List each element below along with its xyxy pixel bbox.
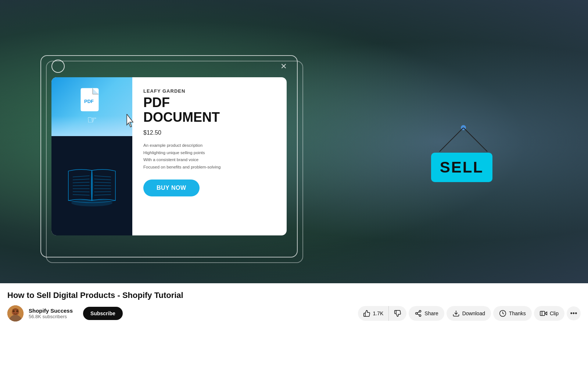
browser-circle-icon [51, 60, 65, 73]
svg-line-13 [94, 176, 111, 177]
channel-left: Shopify Success 56.8K subscribers Subscr… [7, 305, 123, 322]
pdf-file-svg: PDF [79, 88, 105, 117]
like-dislike-group: 1.7K [358, 306, 407, 321]
action-buttons: 1.7K Share [358, 306, 581, 321]
svg-line-23 [463, 128, 487, 152]
info-bar: How to Sell Digital Products - Shopify T… [0, 283, 588, 373]
more-dots: ••• [570, 310, 577, 317]
video-player[interactable]: × PDF [0, 0, 588, 283]
sell-board: SELL [431, 153, 492, 182]
svg-line-22 [440, 128, 463, 152]
channel-name: Shopify Success [29, 308, 73, 314]
thumbs-down-icon [394, 310, 401, 317]
svg-rect-37 [540, 311, 545, 316]
browser-titlebar: × [40, 55, 298, 77]
product-info: LEAFY GARDEN PDF DOCUMENT $12.50 An exam… [132, 77, 287, 235]
svg-point-21 [71, 199, 112, 206]
svg-point-28 [16, 310, 18, 312]
svg-point-31 [419, 315, 421, 316]
share-button[interactable]: Share [409, 306, 444, 321]
svg-line-19 [94, 195, 111, 195]
like-button[interactable]: 1.7K [358, 306, 389, 321]
svg-line-16 [94, 185, 111, 186]
svg-line-12 [73, 195, 90, 195]
video-title: How to Sell Digital Products - Shopify T… [7, 291, 581, 300]
product-image-bottom [51, 136, 132, 235]
clip-label: Clip [550, 310, 559, 316]
browser-close-icon: × [281, 61, 287, 71]
product-description: An example product description Highlight… [143, 142, 276, 171]
clip-button[interactable]: Clip [534, 306, 564, 321]
product-brand: LEAFY GARDEN [143, 88, 276, 94]
download-label: Download [462, 310, 485, 316]
svg-line-14 [94, 179, 111, 180]
channel-row: Shopify Success 56.8K subscribers Subscr… [7, 305, 581, 322]
download-icon [452, 310, 460, 317]
thanks-button[interactable]: Thanks [493, 306, 532, 321]
svg-line-6 [73, 176, 90, 177]
svg-line-32 [417, 314, 419, 315]
sell-sign: SELL [431, 125, 492, 182]
clip-icon [540, 310, 547, 317]
product-name-line2: DOCUMENT [143, 110, 220, 125]
svg-text:PDF: PDF [84, 99, 94, 104]
channel-info: Shopify Success 56.8K subscribers [29, 308, 73, 319]
product-image-top: PDF ☞ [51, 77, 132, 136]
svg-line-9 [73, 185, 90, 186]
svg-line-18 [94, 192, 111, 192]
svg-marker-36 [545, 312, 547, 315]
channel-avatar[interactable] [7, 305, 24, 322]
book-svg [62, 162, 121, 210]
like-count: 1.7K [373, 310, 384, 316]
product-card: PDF ☞ [51, 77, 287, 235]
svg-line-33 [417, 312, 419, 313]
buy-now-button[interactable]: BUY NOW [143, 180, 200, 196]
product-images: PDF ☞ [51, 77, 132, 235]
sell-text: SELL [440, 159, 484, 176]
product-price: $12.50 [143, 129, 276, 136]
svg-point-27 [12, 310, 15, 312]
thumbs-up-icon [363, 310, 370, 317]
subscribe-button[interactable]: Subscribe [83, 307, 123, 320]
svg-point-29 [419, 310, 421, 312]
share-label: Share [424, 310, 438, 316]
svg-line-8 [73, 182, 90, 183]
dislike-button[interactable] [388, 306, 406, 321]
svg-line-11 [73, 192, 90, 192]
svg-point-30 [416, 313, 417, 315]
download-button[interactable]: Download [447, 306, 491, 321]
thanks-label: Thanks [509, 310, 526, 316]
svg-line-15 [94, 182, 111, 183]
channel-subscribers: 56.8K subscribers [29, 314, 73, 319]
svg-point-20 [91, 171, 93, 200]
product-name-line1: PDF [143, 95, 170, 110]
svg-line-7 [73, 179, 90, 180]
more-options-button[interactable]: ••• [567, 306, 581, 320]
thanks-icon [499, 310, 506, 317]
share-icon [415, 310, 422, 317]
product-name: PDF DOCUMENT [143, 95, 276, 124]
